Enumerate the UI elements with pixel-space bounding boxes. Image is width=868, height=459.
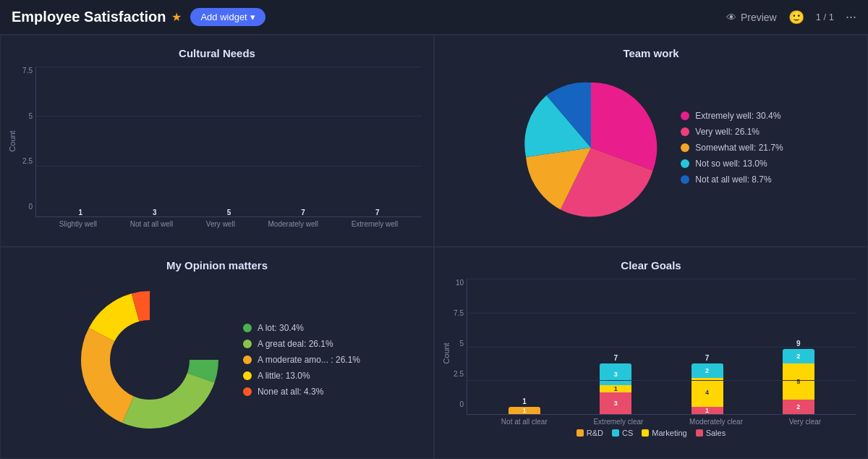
cg-grid-2 xyxy=(467,347,856,348)
preview-button[interactable]: 👁 Preview xyxy=(726,12,777,23)
legend-item-moderate: A moderate amo... : 26.1% xyxy=(243,355,360,365)
x-label-extremely: Extremely well xyxy=(352,220,398,228)
bar-extremely-well: 7 xyxy=(362,209,393,216)
cg-y-axis-title: Count xyxy=(442,342,451,363)
header: Employee Satisfaction ★ Add widget ▾ 👁 P… xyxy=(0,0,868,35)
bar-moderately-well: 7 xyxy=(287,209,319,216)
emoji-icon[interactable]: 🙂 xyxy=(788,9,804,25)
legend-sq-rnd xyxy=(576,429,584,437)
legend-sq-cs xyxy=(612,429,619,437)
legend-item-little: A little: 13.0% xyxy=(243,371,360,381)
legend-sq-marketing xyxy=(642,429,649,437)
x-label-not-at-all: Not at all well xyxy=(130,220,173,228)
cg-x-not-clear: Not at all clear xyxy=(501,418,548,426)
users-badge[interactable]: 1 / 1 xyxy=(816,12,834,22)
bar-not-at-all-well: 3 xyxy=(139,209,171,216)
y-label-7: 7.5 xyxy=(22,67,33,75)
legend-item-not-so-well: Not so well: 13.0% xyxy=(681,159,783,169)
legend-dot-alot xyxy=(243,324,252,332)
legend-item-somewhat-well: Somewhat well: 21.7% xyxy=(681,143,783,153)
team-work-title: Team work xyxy=(446,47,856,59)
stacked-group-extremely-clear: 7 3 1 3 xyxy=(600,354,631,414)
cg-grid-1 xyxy=(467,313,856,313)
legend-item-not-at-all-well: Not at all well: 8.7% xyxy=(681,174,783,185)
clear-goals-widget: Clear Goals 10 7.5 5 2.5 0 1 xyxy=(434,247,868,459)
my-opinion-title: My Opinion matters xyxy=(12,259,422,271)
legend-rnd: R&D xyxy=(576,429,603,437)
legend-dot-little xyxy=(243,371,252,380)
bar-very-well: 5 xyxy=(213,209,244,216)
more-options-icon[interactable]: ··· xyxy=(846,9,856,25)
cultural-needs-widget: Cultural Needs 7.5 5 2.5 0 1 xyxy=(0,35,434,247)
cg-y-5: 5 xyxy=(459,340,464,348)
legend-dot-very-well xyxy=(681,127,689,136)
legend-item-great-deal: A great deal: 26.1% xyxy=(243,339,360,349)
team-work-legend: Extremely well: 30.4% Very well: 26.1% S… xyxy=(681,111,783,185)
opinion-legend: A lot: 30.4% A great deal: 26.1% A moder… xyxy=(243,323,360,397)
x-label-very: Very well xyxy=(206,220,235,228)
grid-line-mid2 xyxy=(36,166,422,167)
cg-y-0: 0 xyxy=(459,400,464,408)
cg-x-extremely: Extremely clear xyxy=(593,418,643,426)
legend-item-none: None at all: 4.3% xyxy=(243,387,360,397)
grid-line-top xyxy=(36,67,422,67)
legend-dot-not-at-all-well xyxy=(681,175,689,184)
pie-svg xyxy=(519,75,663,220)
legend-dot-moderate xyxy=(243,355,252,364)
y-axis-title: Count xyxy=(8,130,17,151)
pie-chart-container: Extremely well: 30.4% Very well: 26.1% S… xyxy=(446,67,856,228)
legend-dot-somewhat-well xyxy=(681,143,689,152)
legend-item-extremely-well: Extremely well: 30.4% xyxy=(681,111,783,121)
cg-x-very: Very clear xyxy=(789,418,821,426)
cultural-needs-title: Cultural Needs xyxy=(12,47,422,59)
x-label-slightly: Slightly well xyxy=(59,220,97,228)
legend-marketing: Marketing xyxy=(642,429,686,437)
donut-chart-container: A lot: 30.4% A great deal: 26.1% A moder… xyxy=(12,279,422,440)
page-title: Employee Satisfaction xyxy=(12,9,166,25)
header-actions: 👁 Preview 🙂 1 / 1 ··· xyxy=(726,9,856,25)
add-widget-button[interactable]: Add widget ▾ xyxy=(190,8,265,26)
x-label-moderately: Moderately well xyxy=(268,220,318,228)
cg-y-25: 2.5 xyxy=(454,370,464,378)
legend-sales: Sales xyxy=(696,429,726,437)
stacked-group-moderately-clear: 7 2 4 1 xyxy=(692,354,723,414)
clear-goals-title: Clear Goals xyxy=(446,259,856,271)
cg-grid-top xyxy=(467,279,856,279)
legend-dot-not-so-well xyxy=(681,159,689,168)
team-work-widget: Team work xyxy=(434,35,868,247)
stacked-group-very-clear: 9 2 5 2 xyxy=(783,340,814,414)
legend-sq-sales xyxy=(696,429,703,437)
legend-cs: CS xyxy=(612,429,633,437)
star-icon[interactable]: ★ xyxy=(171,10,182,24)
my-opinion-widget: My Opinion matters xyxy=(0,247,434,459)
legend-dot-none xyxy=(243,387,252,396)
grid-line-mid1 xyxy=(36,116,422,117)
cg-y-75: 7.5 xyxy=(454,309,464,317)
legend-item-alot: A lot: 30.4% xyxy=(243,323,360,333)
y-label-0: 0 xyxy=(28,203,33,211)
legend-dot-great-deal xyxy=(243,340,252,348)
y-label-5: 5 xyxy=(28,112,33,120)
bar-slightly-well: 1 xyxy=(64,209,96,216)
legend-item-very-well: Very well: 26.1% xyxy=(681,127,783,137)
cg-y-10: 10 xyxy=(456,279,464,287)
legend-dot-extremely-well xyxy=(681,111,689,120)
cg-grid-3 xyxy=(467,380,856,381)
clear-goals-legend: R&D CS Marketing Sales xyxy=(446,429,856,437)
stacked-group-not-clear: 1 1 xyxy=(509,397,540,414)
y-label-2: 2.5 xyxy=(22,157,33,165)
donut-svg xyxy=(74,284,226,436)
cg-x-moderately: Moderately clear xyxy=(689,418,743,426)
dashboard: Cultural Needs 7.5 5 2.5 0 1 xyxy=(0,35,868,459)
